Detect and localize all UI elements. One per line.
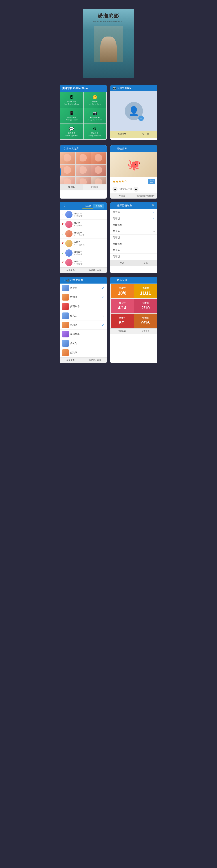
select-item-4[interactable]: 佟大为 ○ [110,228,157,235]
free-label: Free [150,179,154,181]
img-cell-2[interactable] [75,152,91,164]
select-item-7[interactable]: 佟大为 [110,247,157,253]
myshow-name-1: 佟大为 [70,286,77,290]
sub-6: + 3 位好友 [74,263,105,265]
myshow-item-8[interactable]: 范玮琪 [60,348,107,357]
valentine-cell[interactable]: 情人节 4/14 [111,299,134,313]
search-by-contact-btn[interactable]: 按联系人查找 [83,268,107,273]
img-cell-7[interactable] [60,177,75,184]
moonfest-cell[interactable]: 中秋节 9/16 [134,314,157,328]
list-panel: 〈 采集秀 去电秀 ✓ 自定义一 + 3 位好友 ✗ 自定义一 [60,202,107,273]
search-contact-btn[interactable]: 按联系人查找 [83,358,107,363]
myshow-item-2[interactable]: 范玮琪 ✓ [60,293,107,302]
special-back-arrow[interactable]: 〈 [113,278,116,282]
my-show-label: 我的秀My Call In Show [89,100,101,105]
select-item-5[interactable]: 范玮琪 [110,235,157,241]
info-6: 自定义一 + 3 位好友 [74,260,105,265]
love-back-arrow[interactable]: 〈 [113,147,116,151]
myshow-item-7[interactable]: 佟大为 [60,339,107,348]
search-img-btn[interactable]: 按图像查找 [60,358,83,363]
img-cell-8[interactable] [75,177,91,184]
tab-photos[interactable]: 🖼 图片 [60,184,83,190]
select-back-arrow[interactable]: 〈 [113,204,116,208]
img-footer: 🖼 图片 🎞 动图 [60,184,107,190]
select-contact-panel: 〈 选择传情对象 🔍 佟大为 ✓ 范玮琪 ✓ 美丽华华 佟大为 ○ [110,202,157,273]
diy-footer: 系统浏览 拍一照 [110,131,157,137]
love-stars-row: ★★★★☆ Free 免费 [110,177,157,186]
select-item-6[interactable]: 美丽华华 [110,241,157,247]
valentine-name: 情人节 [119,302,125,305]
myshow-avatar-2 [62,294,69,301]
menu-item-special[interactable]: 💬 特色应用Special application [60,124,83,140]
myshow-item-3[interactable]: 美丽华华 [60,302,107,311]
list-item-2[interactable]: ✗ 自定义一 + 3 位好友 [60,220,107,229]
myshow-back-arrow[interactable]: 〈 [62,278,65,282]
myshow-left-3: 美丽华华 [62,303,80,310]
browse-btn[interactable]: 系统浏览 [110,131,134,137]
list-item-6[interactable]: ✗ 自定义一 + 3 位好友 [60,258,107,268]
img-cell-3[interactable] [91,152,106,164]
list-item-5[interactable]: ✓ 自定义一 + 3 位好友 [60,248,107,258]
menu-item-photo-library[interactable]: 🖼 头像图片库Your Graphic Library [60,92,83,108]
back-arrow[interactable]: 〈 [62,147,65,151]
tab-collect[interactable]: 采集秀 [83,204,93,209]
sub-1: + 3 位好友 [74,215,105,217]
prev-btn[interactable]: ◀ [113,187,118,192]
list-item-1[interactable]: ✓ 自定义一 + 3 位好友 [60,210,107,220]
invert-btn[interactable]: 反选 [134,260,157,266]
menu-item-animation[interactable]: 📱 头像动画库Your App Library [60,108,83,124]
myshow-name-8: 范玮琪 [70,351,77,354]
name-1: 自定义一 [74,212,105,215]
select-all-btn[interactable]: 全选 [110,260,134,266]
img-cell-4[interactable] [60,164,75,176]
valentine-date: 4/14 [118,305,126,310]
myshow-item-4[interactable]: 佟大为 ○ [60,311,107,320]
list-back-arrow[interactable]: 〈 [62,204,65,208]
select-item-3[interactable]: 美丽华华 [110,222,157,228]
newyear-cell[interactable]: 元宵节 2/10 [134,299,157,313]
halloween-cell[interactable]: 万圣节 10/8 [111,284,134,298]
info-4: 自定义一 + 334 位好友 [74,241,105,246]
labor-cell[interactable]: 劳动节 5/1 [111,314,134,328]
avatar-add-icon[interactable]: + [138,116,144,121]
img-cell-6[interactable] [91,164,106,176]
orange-cell[interactable]: 光棍节 11/11 [134,284,157,298]
photo-btn[interactable]: 拍一照 [134,131,157,137]
row2-panels: › 〈 去电头像库 🖼 图片 🎞 动图 [4,144,213,200]
img-cell-5[interactable] [75,164,91,176]
select-item-1[interactable]: 佟大为 ✓ [110,209,157,215]
search-icon[interactable]: 🔍 [152,204,155,207]
img-cell-9[interactable] [91,177,106,184]
special-icon: 💬 [69,127,74,131]
myshow-avatar-1 [62,285,69,291]
love-footer: 👁 预览 使用当前选择给情侣秀 [110,193,157,198]
menu-item-diy[interactable]: 📷 去电头像DIYIn My Call In Show [84,108,106,124]
photo-library-icon: 🖼 [70,95,73,100]
labor-name: 劳动节 [119,316,125,319]
use-tab[interactable]: 使用当前选择给情侣秀 [134,193,157,198]
myshow-item-5[interactable]: 范玮琪 ✓ [60,320,107,330]
list-item-4[interactable]: ✗ 自定义一 + 334 位好友 [60,239,107,248]
myshow-item-6[interactable]: 美丽华华 [60,330,107,339]
festival-ringtone-btn[interactable]: 节日彩铃 [110,329,134,334]
list-item-3[interactable]: ✓ 自定义一 + 111 位好友 [60,229,107,239]
next-btn[interactable]: ▶ [133,187,138,192]
menu-item-my-show[interactable]: 😊 我的秀My Call In Show [84,92,106,108]
halloween-name: 万圣节 [119,287,125,290]
select-item-2[interactable]: 范玮琪 ✓ [110,215,157,222]
main-menu-panel: 潇湘彩影 Call In Show 🖼 头像图片库Your Graphic Li… [60,85,107,140]
myshow-item-1[interactable]: 佟大为 ✓ [60,283,107,293]
img-cell-1[interactable] [60,152,75,164]
select-item-8[interactable]: 范玮琪 [110,253,157,260]
diy-title: 去电头像DIY [117,87,131,90]
nav-arrow-left[interactable]: › [60,168,61,176]
myshow-name-7: 佟大为 [70,342,77,345]
search-by-img-btn[interactable]: 按图像查找 [60,268,83,273]
preview-tab[interactable]: 👁 预览 [110,193,134,198]
diy-label: 去电头像DIYIn My Call In Show [88,116,102,121]
special-label: 特色应用Special application [65,132,78,137]
festival-settings-btn[interactable]: 节庆设置 [134,329,157,334]
menu-item-settings[interactable]: ⚙ 更多设置Set up your count [84,124,106,140]
tab-animations[interactable]: 🎞 动图 [83,184,107,190]
tab-call[interactable]: 去电秀 [93,204,104,209]
